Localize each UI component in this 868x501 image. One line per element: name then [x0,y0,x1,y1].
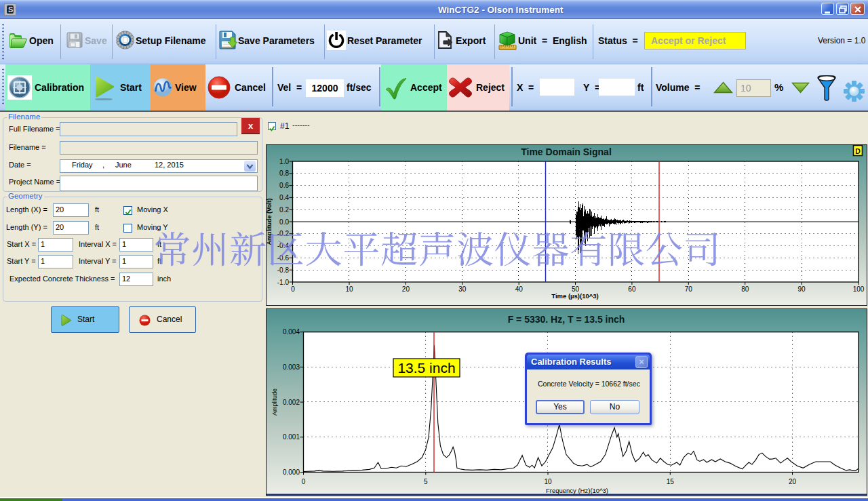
svg-text:-1.0: -1.0 [277,279,290,286]
svg-text:0.0: 0.0 [279,218,289,226]
svg-text:60: 60 [628,285,636,293]
svg-text:10: 10 [345,285,353,293]
svg-text:0.6: 0.6 [279,182,289,189]
svg-text:70: 70 [685,285,693,293]
svg-text:0.8: 0.8 [279,169,289,177]
svg-text:Amplitude: Amplitude [271,388,278,416]
svg-text:Time Domain Signal: Time Domain Signal [521,146,612,157]
svg-text:5: 5 [424,478,428,485]
svg-text:20: 20 [789,478,797,485]
svg-text:30: 30 [458,285,467,293]
svg-text:0.001: 0.001 [283,433,300,441]
svg-text:-0.8: -0.8 [277,266,290,274]
svg-text:15: 15 [667,478,675,485]
svg-text:0.004: 0.004 [283,328,300,336]
svg-text:0: 0 [291,285,295,293]
svg-text:10: 10 [544,478,552,485]
svg-text:0.000: 0.000 [283,468,300,476]
svg-text:90: 90 [798,285,806,293]
svg-text:-0.2: -0.2 [277,230,290,237]
svg-text:80: 80 [741,285,749,293]
svg-text:1.0: 1.0 [279,158,289,165]
svg-text:0: 0 [302,478,306,485]
svg-text:13.5 inch: 13.5 inch [397,360,455,376]
svg-text:0.003: 0.003 [283,363,300,371]
svg-text:100: 100 [853,285,865,293]
svg-text:-0.4: -0.4 [277,242,290,249]
svg-text:0.2: 0.2 [279,206,289,214]
svg-text:0.4: 0.4 [279,194,289,201]
svg-text:-0.6: -0.6 [277,254,290,262]
svg-text:F = 5330. Hz, T = 13.5 inch: F = 5330. Hz, T = 13.5 inch [508,314,625,325]
svg-text:20: 20 [402,285,410,293]
svg-text:40: 40 [515,285,524,293]
svg-text:0.002: 0.002 [283,399,300,406]
svg-text:Time (µs)(10^3): Time (µs)(10^3) [551,292,598,300]
svg-text:Amplitude (Volt): Amplitude (Volt) [266,199,273,245]
svg-text:D: D [855,147,861,155]
svg-text:Frequency (Hz)(10^3): Frequency (Hz)(10^3) [546,487,608,494]
